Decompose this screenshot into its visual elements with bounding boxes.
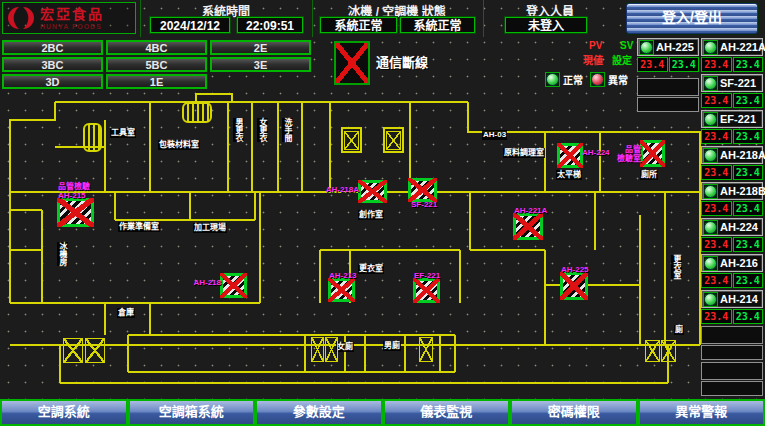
equipment-row-AH-218B[interactable]: AH-218B (701, 182, 763, 200)
plan-unit-AH-215[interactable]: 品管檢驗AH-215 (57, 198, 94, 227)
sv-value: 23.4 (733, 237, 764, 252)
pv-value: 23.4 (701, 129, 732, 144)
logo: 宏亞食品 HUNYA FOODS (2, 2, 136, 34)
equipment-slot-empty (701, 345, 763, 360)
sv-header: SV (620, 40, 633, 51)
equipment-name: SF-221 (720, 77, 756, 89)
nav-button-密碼權限[interactable]: 密碼權限 (510, 399, 638, 426)
equipment-name: AH-214 (720, 293, 758, 305)
plan-unit-檢驗室[interactable]: 品管檢驗室 (640, 140, 665, 167)
plan-unit-label: AH-224 (582, 148, 610, 157)
nav-button-空調箱系統[interactable]: 空調箱系統 (128, 399, 256, 426)
abnormal-led-icon (590, 72, 605, 87)
room-label: 更衣室 (358, 264, 384, 274)
plan-unit-AH-221A[interactable]: AH-221A (513, 213, 543, 240)
status-led-icon (703, 220, 718, 235)
nav-button-參數設定[interactable]: 參數設定 (255, 399, 383, 426)
equipment-values: 23.423.4 (701, 201, 763, 216)
pv-sub-label: 現値 (583, 52, 603, 67)
stair-icon (661, 340, 676, 362)
legend-abnormal-label: 異常 (608, 72, 628, 87)
equipment-row-AH-224[interactable]: AH-224 (701, 218, 763, 236)
login-logout-button[interactable]: 登入/登出 (626, 3, 758, 34)
pv-value: 23.4 (701, 309, 732, 324)
status-led-icon (703, 40, 718, 55)
status-led-icon (703, 76, 718, 91)
legend-abnormal: 異常 (590, 72, 628, 87)
room-label: 廁所 (640, 170, 658, 180)
equipment-values: 23.423.4 (701, 93, 763, 108)
plan-unit-label: AH-225 (561, 265, 589, 274)
equipment-name: AH-218A (720, 149, 765, 161)
plan-unit-SF-221[interactable]: SF-221 (408, 178, 437, 202)
floor-button-5BC[interactable]: 5BC (106, 57, 207, 72)
nav-button-異常警報[interactable]: 異常警報 (638, 399, 765, 426)
floor-button-4BC[interactable]: 4BC (106, 40, 207, 55)
equipment-values: 23.423.4 (701, 309, 763, 324)
floor-button-3E[interactable]: 3E (210, 57, 311, 72)
equipment-row-AH-214[interactable]: AH-214 (701, 290, 763, 308)
sv-value: 23.4 (733, 93, 764, 108)
equipment-values: 23.423.4 (637, 57, 699, 72)
floor-button-3BC[interactable]: 3BC (2, 57, 103, 72)
room-label: 男廁 (383, 341, 401, 351)
floor-button-1E[interactable]: 1E (106, 74, 207, 89)
equipment-row-AH-216[interactable]: AH-216 (701, 254, 763, 272)
brand-name: 宏亞食品 (40, 7, 104, 21)
equipment-slot-empty (701, 326, 763, 344)
bottom-nav: 空調系統空調箱系統參數設定儀表監視密碼權限異常警報 (0, 399, 765, 426)
plan-unit-AH-213[interactable]: AH-213 (328, 278, 355, 302)
ahu-status-value: 系統正常 (400, 17, 475, 33)
plan-unit-label: 品管檢驗AH-215 (58, 182, 90, 200)
sv-value: 23.4 (669, 57, 700, 72)
equipment-slot-empty (637, 78, 699, 96)
stair-icon (344, 131, 359, 150)
sv-value: 23.4 (733, 273, 764, 288)
status-led-icon (703, 112, 718, 127)
stair-icon (386, 131, 401, 150)
room-label: 女廁 (336, 342, 354, 352)
sv-sub-label: 設定 (612, 52, 632, 67)
equipment-row-AH-225[interactable]: AH-225 (637, 38, 699, 56)
room-label: 男更衣 (233, 118, 244, 142)
comm-loss-icon (334, 41, 370, 85)
plan-unit-label: AH-213 (329, 271, 357, 280)
nav-button-空調系統[interactable]: 空調系統 (0, 399, 128, 426)
plan-unit-AH-225[interactable]: AH-225 (560, 272, 588, 300)
equipment-slot-empty (701, 362, 763, 380)
sv-value: 23.4 (733, 201, 764, 216)
plan-unit-AH-218A[interactable]: AH-218A (358, 180, 387, 203)
hmi-screen: 宏亞食品 HUNYA FOODS 系統時間 2024/12/12 22:09:5… (0, 0, 765, 426)
stair-icon (63, 338, 83, 363)
floor-button-2E[interactable]: 2E (210, 40, 311, 55)
floor-button-2BC[interactable]: 2BC (2, 40, 103, 55)
pv-value: 23.4 (701, 93, 732, 108)
system-date-value: 2024/12/12 (150, 17, 230, 33)
equipment-values: 23.423.4 (701, 237, 763, 252)
room-label: 廁 (674, 325, 684, 335)
plan-unit-label: 品管檢驗室 (617, 145, 641, 163)
nav-button-儀表監視[interactable]: 儀表監視 (383, 399, 511, 426)
stair-icon (325, 337, 338, 362)
room-label: 倉庫 (117, 308, 135, 318)
plan-unit-AH-224[interactable]: AH-224 (557, 143, 583, 168)
pv-value: 23.4 (701, 165, 732, 180)
plan-unit-EF-221[interactable]: EF-221 (413, 278, 440, 303)
floor-button-3D[interactable]: 3D (2, 74, 103, 89)
fixture-icon (182, 102, 212, 123)
floor-plan: 品管檢驗AH-215AH-218AH-218ASF-221AH-224品管檢驗室… (0, 90, 702, 395)
equipment-row-SF-221[interactable]: SF-221 (701, 74, 763, 92)
plan-unit-AH-218[interactable]: AH-218 (220, 273, 247, 298)
pv-value: 23.4 (701, 57, 732, 72)
pv-value: 23.4 (701, 201, 732, 216)
equipment-row-AH-221A[interactable]: AH-221A (701, 38, 763, 56)
legend-normal-label: 正常 (563, 72, 583, 87)
pv-value: 23.4 (701, 237, 732, 252)
equipment-slot-empty (637, 97, 699, 112)
equipment-row-AH-218A[interactable]: AH-218A (701, 146, 763, 164)
equipment-row-EF-221[interactable]: EF-221 (701, 110, 763, 128)
room-label: 太平梯 (556, 170, 582, 180)
status-led-icon (703, 256, 718, 271)
plan-unit-label: AH-218 (193, 278, 221, 287)
status-led-icon (639, 40, 654, 55)
